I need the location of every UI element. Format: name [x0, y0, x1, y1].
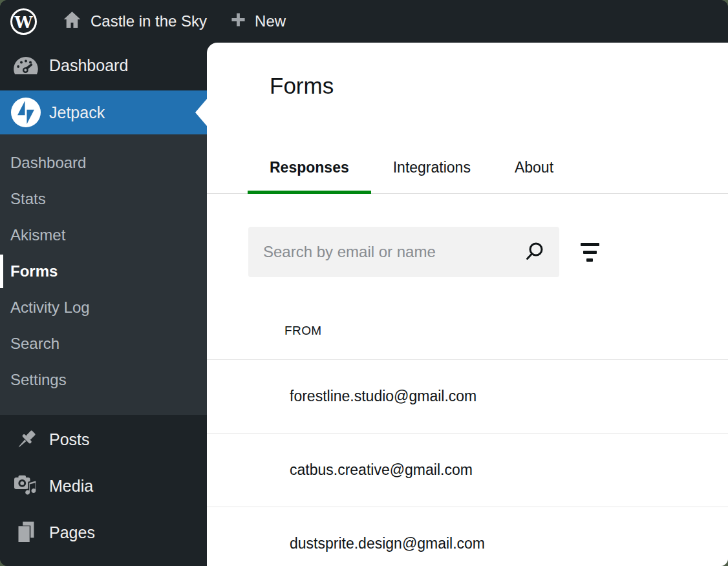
sidebar-item-label: Posts: [49, 430, 90, 449]
sidebar-item-dashboard[interactable]: Dashboard: [0, 49, 207, 81]
dashboard-gauge-icon: [11, 56, 41, 75]
submenu-label: Stats: [10, 190, 46, 208]
tab-responses[interactable]: Responses: [248, 158, 371, 193]
submenu-label: Settings: [10, 371, 67, 389]
responses-toolbar: [248, 227, 728, 277]
table-row[interactable]: forestline.studio@gmail.com: [207, 360, 728, 434]
plus-icon: [230, 12, 246, 32]
sidebar-item-label: Dashboard: [49, 56, 128, 75]
pushpin-icon: [12, 428, 39, 452]
tab-about[interactable]: About: [493, 158, 575, 193]
search-box: [248, 227, 559, 277]
home-icon: [62, 10, 82, 33]
filter-icon: [581, 243, 599, 246]
site-name-label: Castle in the Sky: [91, 12, 207, 30]
submenu-item-stats[interactable]: Stats: [0, 181, 207, 217]
submenu-item-dashboard[interactable]: Dashboard: [0, 145, 207, 181]
wordpress-logo-icon[interactable]: W: [10, 8, 37, 36]
active-menu-caret: [195, 99, 207, 126]
sidebar-lower-menu: Posts Media: [0, 424, 207, 548]
submenu-label: Activity Log: [10, 299, 90, 317]
search-icon[interactable]: [523, 240, 546, 264]
wordpress-admin-window: W Castle in the Sky New: [0, 0, 728, 566]
sidebar-item-media[interactable]: Media: [0, 470, 207, 501]
media-icon: [12, 474, 39, 498]
svg-text:W: W: [14, 13, 33, 32]
sidebar-item-pages[interactable]: Pages: [0, 517, 207, 548]
submenu-item-forms[interactable]: Forms: [0, 253, 207, 289]
filter-button[interactable]: [575, 237, 605, 267]
tab-label: Integrations: [393, 159, 471, 176]
forms-tabs: Responses Integrations About: [207, 158, 728, 194]
table-row[interactable]: catbus.creative@gmail.com: [207, 434, 728, 507]
submenu-item-search[interactable]: Search: [0, 326, 207, 362]
table-row[interactable]: dustsprite.design@gmail.com: [207, 507, 728, 566]
jetpack-submenu: Dashboard Stats Akismet Forms Activity L…: [0, 134, 207, 415]
page-title: Forms: [207, 43, 728, 99]
sidebar-item-label: Jetpack: [49, 103, 105, 122]
submenu-item-akismet[interactable]: Akismet: [0, 217, 207, 253]
submenu-item-settings[interactable]: Settings: [0, 362, 207, 398]
new-label: New: [255, 12, 286, 30]
tab-integrations[interactable]: Integrations: [371, 158, 493, 193]
forms-panel: Forms Responses Integrations About: [207, 43, 728, 566]
response-from-email: dustsprite.design@gmail.com: [290, 535, 485, 552]
submenu-label: Search: [10, 335, 59, 353]
response-from-email: catbus.creative@gmail.com: [290, 461, 473, 479]
pages-icon: [12, 521, 39, 544]
submenu-label: Dashboard: [10, 154, 86, 172]
new-content-button[interactable]: New: [230, 12, 286, 32]
tab-label: Responses: [270, 159, 349, 176]
admin-sidebar: Dashboard Jetpack Dashboard Stats Akisme…: [0, 43, 207, 566]
response-from-email: forestline.studio@gmail.com: [290, 388, 476, 405]
submenu-item-activity-log[interactable]: Activity Log: [0, 289, 207, 326]
sidebar-item-posts[interactable]: Posts: [0, 424, 207, 455]
sidebar-item-jetpack[interactable]: Jetpack: [0, 90, 207, 134]
visit-site-link[interactable]: Castle in the Sky: [62, 10, 207, 33]
jetpack-icon: [11, 98, 41, 127]
admin-top-bar: W Castle in the Sky New: [0, 0, 728, 43]
sidebar-item-label: Media: [49, 477, 93, 496]
submenu-label: Akismet: [10, 226, 65, 244]
table-column-header-from: FROM: [207, 324, 728, 360]
sidebar-item-label: Pages: [49, 523, 95, 542]
submenu-label: Forms: [10, 262, 58, 280]
search-input[interactable]: [248, 227, 559, 277]
tab-label: About: [515, 159, 553, 176]
